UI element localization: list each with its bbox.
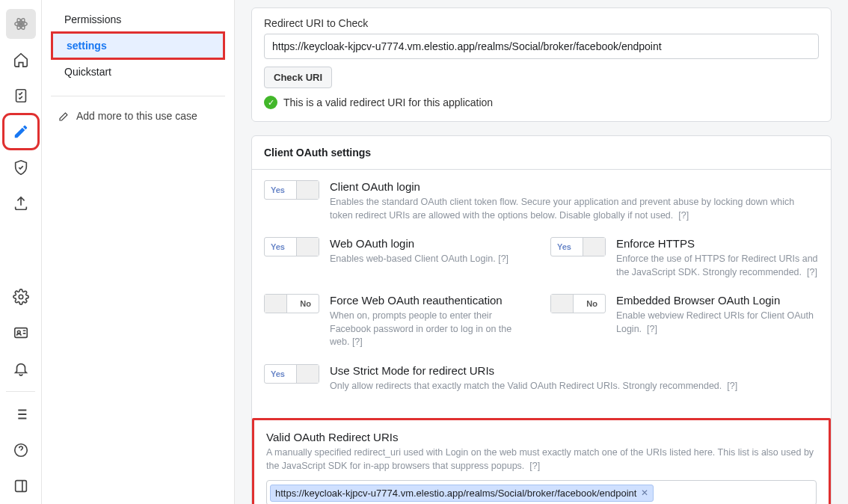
toggle-force-reauth[interactable] (264, 294, 319, 313)
strict-mode-desc: Only allow redirects that exactly match … (330, 381, 722, 391)
help-link[interactable]: [?] (678, 210, 689, 221)
svg-rect-6 (14, 328, 27, 338)
web-oauth-login-desc: Enables web-based Client OAuth Login. (330, 253, 496, 264)
contact-card-icon[interactable] (6, 318, 36, 348)
redirect-uri-input[interactable] (264, 34, 819, 59)
embedded-desc: Enable webview Redirect URIs for Client … (616, 310, 814, 334)
add-more-label: Add more to this use case (76, 110, 197, 122)
home-icon[interactable] (6, 45, 36, 75)
upload-icon[interactable] (6, 188, 36, 218)
client-oauth-card: Client OAuth settings Client OAuth login… (251, 135, 832, 504)
shield-check-icon[interactable] (6, 153, 36, 182)
strict-mode-title: Use Strict Mode for redirect URIs (330, 364, 737, 377)
help-icon[interactable] (6, 435, 36, 465)
svg-rect-4 (16, 90, 25, 102)
panel-icon[interactable] (6, 471, 36, 501)
svg-point-0 (19, 22, 22, 25)
uri-tag: https://keycloak-kjpcv-u7774.vm.elestio.… (270, 485, 654, 502)
atom-icon[interactable] (6, 9, 36, 39)
valid-uris-title: Valid OAuth Redirect URIs (266, 431, 817, 443)
checklist-icon[interactable] (6, 81, 36, 111)
pencil-outline-icon (58, 110, 70, 122)
list-icon[interactable] (6, 399, 36, 429)
svg-point-7 (17, 331, 20, 334)
check-circle-icon: ✓ (264, 96, 277, 109)
help-link[interactable]: [?] (807, 267, 817, 277)
client-oauth-login-title: Client OAuth login (330, 180, 819, 193)
remove-tag-icon[interactable]: ✕ (641, 488, 648, 498)
main-content: Redirect URI to Check Check URI ✓ This i… (235, 0, 848, 504)
sidebar: Permissions settings Quickstart Add more… (42, 0, 235, 504)
valid-uris-input[interactable]: https://keycloak-kjpcv-u7774.vm.elestio.… (266, 480, 817, 504)
embedded-title: Embedded Browser OAuth Login (616, 294, 819, 307)
toggle-client-oauth-login[interactable] (264, 180, 319, 200)
client-oauth-header: Client OAuth settings (252, 136, 831, 170)
client-oauth-login-desc: Enables the standard OAuth client token … (330, 197, 794, 221)
web-oauth-login-title: Web OAuth login (330, 237, 509, 250)
valid-redirect-uris-section: Valid OAuth Redirect URIs A manually spe… (252, 418, 831, 504)
redirect-check-card: Redirect URI to Check Check URI ✓ This i… (251, 7, 832, 122)
help-link[interactable]: [?] (352, 336, 363, 347)
redirect-status-text: This is a valid redirect URI for this ap… (283, 96, 493, 108)
toggle-enforce-https[interactable] (550, 237, 606, 256)
toggle-embedded-browser[interactable] (550, 294, 606, 313)
enforce-https-desc: Enforce the use of HTTPS for Redirect UR… (616, 253, 818, 277)
bell-icon[interactable] (6, 354, 36, 384)
help-link[interactable]: [?] (727, 381, 737, 391)
help-link[interactable]: [?] (529, 461, 540, 471)
sidebar-item-permissions[interactable]: Permissions (51, 7, 225, 31)
gear-icon[interactable] (6, 282, 36, 312)
check-uri-button[interactable]: Check URI (264, 67, 332, 88)
enforce-https-title: Enforce HTTPS (616, 237, 819, 250)
uri-tag-text: https://keycloak-kjpcv-u7774.vm.elestio.… (275, 488, 636, 499)
svg-point-5 (19, 295, 23, 299)
help-link[interactable]: [?] (498, 253, 509, 264)
sidebar-item-settings[interactable]: settings (51, 31, 225, 60)
sidebar-item-quickstart[interactable]: Quickstart (51, 60, 225, 84)
help-link[interactable]: [?] (647, 324, 657, 334)
redirect-uri-label: Redirect URI to Check (264, 17, 819, 29)
icon-rail (0, 0, 42, 504)
svg-rect-9 (15, 481, 26, 492)
force-reauth-title: Force Web OAuth reauthentication (330, 294, 532, 307)
toggle-web-oauth-login[interactable] (264, 237, 319, 256)
toggle-strict-mode[interactable] (264, 364, 319, 384)
add-more-use-case[interactable]: Add more to this use case (51, 104, 225, 128)
pencil-icon[interactable] (6, 117, 36, 147)
